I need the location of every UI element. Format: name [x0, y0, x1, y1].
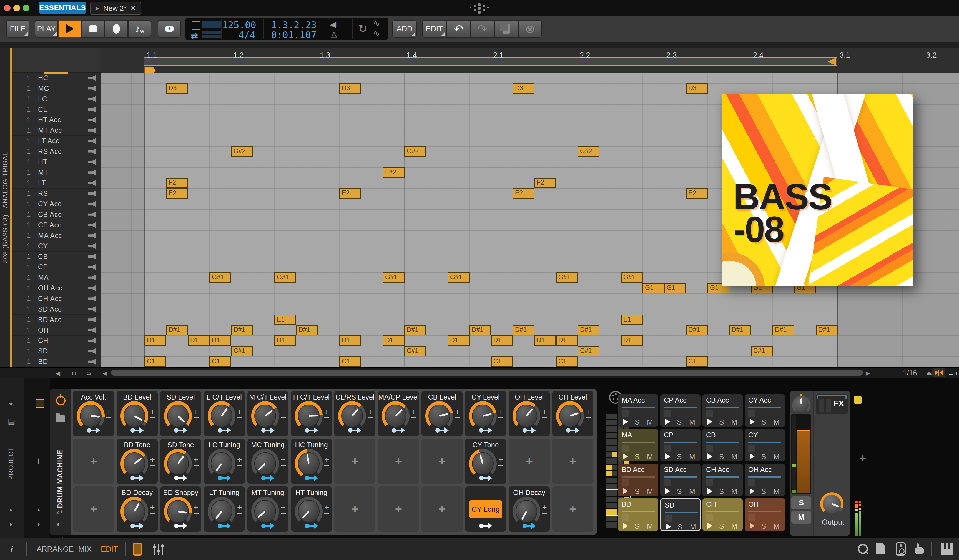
drum-pad-cp-acc[interactable]: CP Acc S M — [660, 394, 701, 427]
macro-knob-ht-tuning[interactable]: HT Tuning+ — [291, 487, 332, 532]
minimap-cell[interactable] — [606, 471, 612, 476]
macro-knob-ch-level[interactable]: CH Level+ — [552, 391, 593, 436]
scroll-left-icon[interactable]: ◀ — [103, 370, 107, 377]
drum-pad-oh-acc[interactable]: OH Acc S M — [745, 464, 785, 496]
knob[interactable] — [382, 401, 409, 431]
pad-mute-button[interactable]: M — [689, 453, 695, 461]
record-button[interactable] — [105, 20, 128, 38]
pad-play-icon[interactable] — [707, 488, 712, 494]
minimap-cell[interactable] — [606, 414, 612, 419]
note-lt[interactable]: F2 — [534, 178, 556, 188]
mod-amount-icon[interactable]: + — [106, 408, 112, 418]
speaker-icon[interactable] — [88, 148, 96, 154]
device-preset-icon[interactable] — [56, 415, 65, 422]
macro-knob-mc-tuning[interactable]: MC Tuning+ — [247, 439, 288, 484]
pad-play-icon[interactable] — [666, 523, 671, 530]
minimap-cell[interactable] — [612, 484, 618, 489]
pad-mute-button[interactable]: M — [774, 418, 780, 426]
lane-row-rs[interactable]: 1 RS — [12, 188, 101, 199]
mod-amount-icon[interactable]: + — [280, 504, 286, 514]
speaker-icon[interactable] — [88, 317, 96, 322]
note-bd[interactable]: C1 — [491, 356, 513, 367]
note-rs-acc[interactable]: G#2 — [404, 146, 426, 157]
note-oh-acc[interactable]: G1 — [642, 283, 664, 293]
modulation-route-icon[interactable] — [479, 427, 492, 433]
knob[interactable] — [425, 401, 453, 431]
speaker-icon[interactable] — [88, 180, 96, 186]
note-rs[interactable]: E2 — [686, 188, 708, 199]
speaker-icon[interactable] — [88, 254, 96, 259]
note-mt[interactable]: F#2 — [382, 167, 405, 178]
note-ch[interactable]: D1 — [339, 336, 361, 346]
resolution-up-icon[interactable] — [926, 371, 932, 375]
macro-knob-acc-vol-[interactable]: Acc Vol.+ — [73, 391, 114, 436]
layout-icon[interactable]: ▤ — [8, 417, 15, 426]
empty-macro-slot[interactable]: + — [334, 439, 375, 484]
modulation-route-icon[interactable] — [218, 475, 231, 481]
lane-row-oh-acc[interactable]: 1 OH Acc — [12, 283, 101, 293]
punch-in-icon[interactable]: ◀‖ — [330, 20, 339, 29]
speaker-icon[interactable] — [88, 128, 96, 133]
pad-solo-button[interactable]: S — [719, 453, 724, 461]
lane-row-ch-acc[interactable]: 1 CH Acc — [12, 293, 101, 304]
lane-row-mt-acc[interactable]: 1 MT Acc — [12, 125, 101, 136]
pad-play-icon[interactable] — [623, 523, 628, 529]
note-bd-acc[interactable]: E1 — [621, 315, 643, 325]
note-mc[interactable]: D3 — [513, 83, 534, 94]
modulation-route-icon[interactable] — [435, 427, 449, 433]
note-mc[interactable]: D3 — [686, 83, 708, 94]
pad-solo-button[interactable]: S — [719, 418, 724, 426]
lane-row-ht[interactable]: 1 HT — [12, 157, 101, 167]
minimap-cell[interactable] — [612, 465, 618, 470]
file-menu-button[interactable]: FILE — [6, 20, 29, 38]
speaker-icon[interactable] — [88, 285, 96, 291]
automation-follow-icon[interactable]: ∿ — [373, 18, 380, 28]
pad-play-icon[interactable] — [750, 419, 755, 425]
follow-playhead-icon[interactable]: →ıı — [948, 370, 957, 377]
pad-play-icon[interactable] — [665, 453, 670, 460]
modulation-route-icon[interactable] — [523, 523, 536, 529]
note-ch[interactable]: D1 — [621, 336, 643, 346]
drum-pad-ch-acc[interactable]: CH Acc S M — [703, 464, 743, 496]
solo-button[interactable]: S — [791, 496, 811, 509]
tab-edit[interactable]: EDIT — [101, 538, 118, 560]
delete-button[interactable]: ⊗ — [518, 20, 542, 38]
note-sd[interactable]: C#1 — [404, 346, 426, 356]
knob[interactable] — [513, 401, 540, 431]
knob[interactable] — [121, 497, 148, 526]
pad-solo-button[interactable]: S — [677, 453, 682, 461]
minimap-cell[interactable] — [612, 516, 618, 521]
macro-knob-cb-level[interactable]: CB Level+ — [422, 391, 462, 436]
pad-play-icon[interactable] — [707, 523, 712, 529]
pad-play-icon[interactable] — [623, 453, 628, 460]
mod-amount-icon[interactable]: + — [542, 408, 548, 418]
speaker-icon[interactable] — [88, 201, 96, 207]
lane-row-ma[interactable]: 1 MA — [12, 272, 101, 283]
speaker-icon[interactable] — [88, 222, 96, 228]
note-ch[interactable]: D1 — [382, 336, 405, 346]
lane-row-cb-acc[interactable]: 1 CB Acc — [12, 209, 101, 220]
mod-amount-icon[interactable]: + — [454, 408, 460, 418]
loop-icon[interactable]: ↻ — [358, 22, 368, 35]
speaker-icon[interactable] — [88, 138, 96, 144]
knob[interactable] — [164, 401, 192, 431]
device-name-vertical[interactable]: DRUM MACHINE — [56, 425, 64, 508]
minimap-cell[interactable] — [612, 522, 618, 528]
minimap-cell[interactable] — [606, 465, 612, 470]
note-ch[interactable]: D1 — [274, 336, 296, 346]
knob[interactable] — [77, 401, 105, 431]
minimap-cell[interactable] — [606, 445, 612, 451]
lane-row-cy[interactable]: 1 CY — [12, 241, 101, 251]
meter-icon[interactable]: ılı — [72, 370, 76, 377]
macro-knob-oh-decay[interactable]: OH Decay+ — [509, 487, 550, 532]
link-icon[interactable]: ∞ — [87, 370, 91, 377]
speaker-icon[interactable] — [88, 296, 96, 301]
pad-play-icon[interactable] — [665, 419, 670, 425]
lane-row-ma-acc[interactable]: 1 MA Acc — [12, 231, 101, 241]
lane-row-hc[interactable]: 1 HC — [12, 73, 101, 83]
drum-pad-ch[interactable]: CH S M — [703, 498, 743, 531]
knob[interactable] — [121, 401, 148, 431]
tab-essentials[interactable]: ESSENTIALS — [39, 2, 86, 14]
note-bd[interactable]: C1 — [556, 356, 578, 367]
fader-fill[interactable] — [797, 431, 810, 493]
